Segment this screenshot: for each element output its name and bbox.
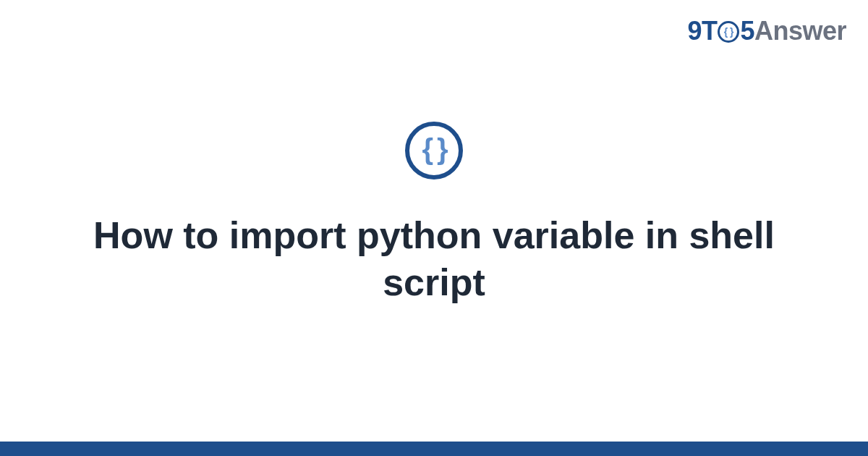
page-title: How to import python variable in shell s… <box>54 212 814 306</box>
main-content: { } How to import python variable in she… <box>0 0 868 456</box>
footer-bar <box>0 442 868 456</box>
category-badge: { } <box>405 122 463 180</box>
braces-icon: { } <box>422 135 446 164</box>
